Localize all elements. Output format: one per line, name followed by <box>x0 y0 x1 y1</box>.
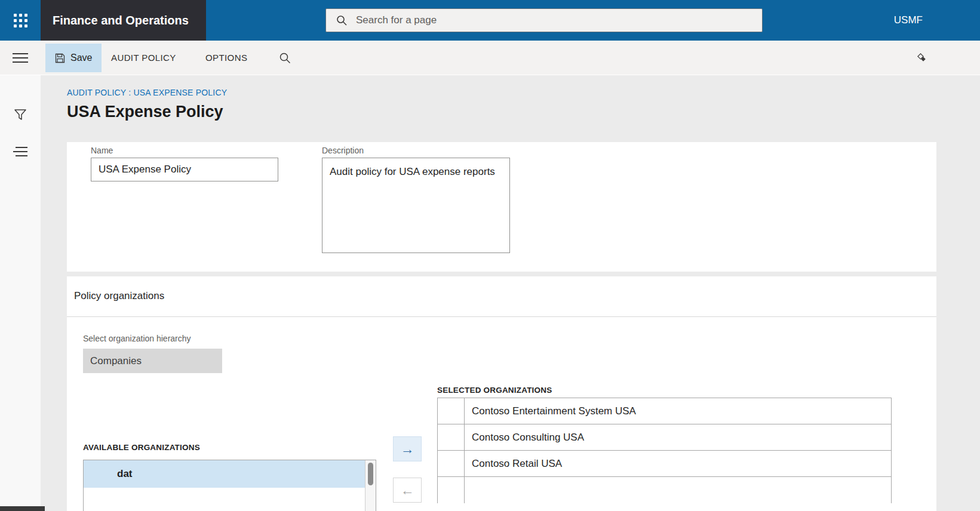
right-arrow-icon: → <box>401 441 414 457</box>
row-selector-cell[interactable] <box>438 451 465 476</box>
table-row[interactable]: Contoso Consulting USA <box>438 424 891 451</box>
scrollbar-thumb[interactable] <box>368 463 373 485</box>
list-item[interactable]: dat <box>84 460 365 488</box>
available-organizations-list: dat <box>83 460 376 511</box>
global-search-input[interactable] <box>355 14 758 27</box>
available-organizations-header: AVAILABLE ORGANIZATIONS <box>83 443 200 452</box>
list-lines-icon[interactable] <box>13 146 27 159</box>
organization-name-cell: Contoso Consulting USA <box>465 424 891 450</box>
description-textarea[interactable]: Audit policy for USA expense reports <box>322 158 510 253</box>
table-row[interactable]: Contoso Retail USA <box>438 451 891 477</box>
action-pane-search-button[interactable] <box>278 51 291 64</box>
scrollbar[interactable] <box>365 460 376 511</box>
tab-audit-policy[interactable]: AUDIT POLICY <box>111 41 176 75</box>
breadcrumb[interactable]: AUDIT POLICY : USA EXPENSE POLICY <box>67 88 227 97</box>
organization-name-cell: Contoso Entertainment System USA <box>465 398 891 424</box>
filter-icon[interactable] <box>14 108 27 124</box>
row-selector-cell <box>438 477 465 503</box>
move-left-button[interactable]: ← <box>393 478 422 503</box>
table-row-empty <box>438 477 891 503</box>
description-label: Description <box>322 146 364 155</box>
row-selector-cell[interactable] <box>438 424 465 450</box>
main-content: AUDIT POLICY : USA EXPENSE POLICY USA Ex… <box>41 75 980 511</box>
organization-name: dat <box>117 468 133 480</box>
organization-name-cell <box>465 477 891 503</box>
policy-organizations-panel: Policy organizations Select organization… <box>67 276 936 511</box>
selected-organizations-grid: Contoso Entertainment System USA Contoso… <box>437 398 892 503</box>
save-button-label: Save <box>70 53 92 63</box>
double-diamond-icon[interactable] <box>917 53 927 63</box>
policy-header-panel: Name Description Audit policy for USA ex… <box>67 142 936 272</box>
hierarchy-label: Select organization hierarchy <box>83 334 191 343</box>
app-launcher-button[interactable] <box>0 0 41 41</box>
left-arrow-icon: ← <box>401 482 414 498</box>
search-icon <box>336 14 348 26</box>
action-pane: Save AUDIT POLICY OPTIONS <box>0 41 980 75</box>
name-label: Name <box>91 146 113 155</box>
left-navigation-rail <box>0 75 41 511</box>
hierarchy-input <box>83 349 222 373</box>
section-divider <box>67 316 936 317</box>
selected-organizations-header: SELECTED ORGANIZATIONS <box>437 386 552 395</box>
organization-name-cell: Contoso Retail USA <box>465 451 891 476</box>
name-input[interactable] <box>91 158 278 181</box>
move-right-button[interactable]: → <box>393 436 422 461</box>
waffle-icon <box>14 14 27 27</box>
company-picker[interactable]: USMF <box>894 0 923 41</box>
app-title[interactable]: Finance and Operations <box>41 0 206 41</box>
tab-options[interactable]: OPTIONS <box>205 41 247 75</box>
save-icon <box>55 53 65 63</box>
top-navigation-bar: Finance and Operations USMF <box>0 0 980 41</box>
page-title: USA Expense Policy <box>67 103 223 121</box>
save-button[interactable]: Save <box>45 44 102 72</box>
hamburger-menu-button[interactable] <box>13 53 28 63</box>
bottom-dark-strip <box>0 506 45 511</box>
global-search-box[interactable] <box>325 8 763 32</box>
table-row[interactable]: Contoso Entertainment System USA <box>438 398 891 424</box>
policy-organizations-section-header[interactable]: Policy organizations <box>74 290 164 302</box>
row-selector-cell[interactable] <box>438 398 465 424</box>
